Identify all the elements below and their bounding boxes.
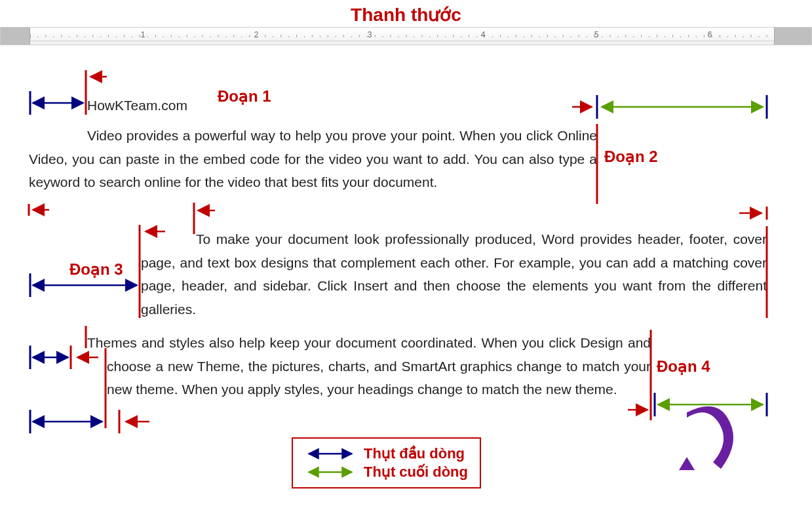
- ruler-margin-left: [1, 28, 29, 45]
- ruler-number: 3: [368, 30, 372, 39]
- paragraph-4-text: Themes and styles also help keep your do…: [107, 331, 651, 401]
- label-paragraph-2: Đoạn 2: [604, 148, 658, 166]
- ruler-number: 2: [254, 30, 259, 39]
- ruler-margin-right: [775, 28, 811, 45]
- legend-indent-end: Thụt cuối dòng: [305, 464, 468, 481]
- legend-indent-start-label: Thụt đầu dòng: [364, 445, 465, 462]
- ruler-number: 6: [708, 30, 712, 39]
- paragraph-2-text: Video provides a powerful way to help yo…: [29, 124, 597, 194]
- paragraph-1-text: HowKTeam.com: [87, 94, 598, 117]
- label-paragraph-4: Đoạn 4: [657, 357, 710, 376]
- ruler-scale[interactable]: 1 2 3 4 5 6: [29, 28, 775, 45]
- ruler-number: 1: [141, 30, 145, 39]
- label-paragraph-3: Đoạn 3: [69, 260, 123, 279]
- paragraph-3-text: To make your document look professionall…: [141, 228, 767, 321]
- legend-indent-start: Thụt đầu dòng: [305, 445, 468, 462]
- page-title: Thanh thước: [0, 0, 812, 27]
- ruler-number: 5: [594, 30, 599, 39]
- ruler-number: 4: [481, 30, 486, 39]
- legend-indent-end-label: Thụt cuối dòng: [364, 464, 468, 481]
- watermark-logo: [667, 378, 739, 473]
- ruler[interactable]: 1 2 3 4 5 6: [0, 27, 812, 45]
- label-paragraph-1: Đoạn 1: [218, 87, 271, 106]
- legend-box: Thụt đầu dòng Thụt cuối dòng: [292, 437, 481, 488]
